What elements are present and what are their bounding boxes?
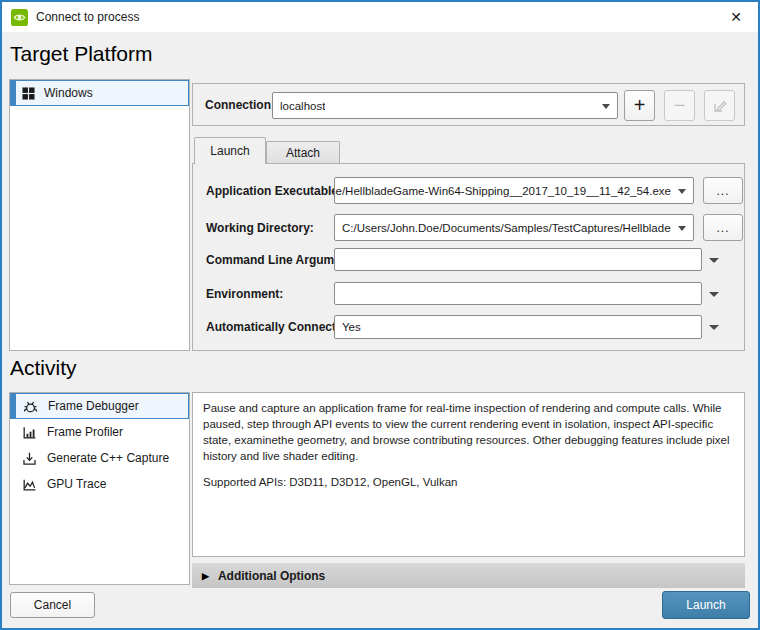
bug-icon	[22, 398, 39, 415]
activity-item-label: Frame Profiler	[47, 425, 123, 439]
application-executable-label: Application Executable:	[206, 184, 342, 198]
additional-options-label: Additional Options	[218, 569, 325, 583]
nvidia-logo-icon	[11, 9, 28, 26]
tab-attach[interactable]: Attach	[266, 141, 340, 163]
target-platform-heading: Target Platform	[10, 42, 152, 66]
automatically-connect-value: Yes	[342, 321, 361, 333]
trace-graph-icon	[21, 476, 38, 493]
application-executable-row: Application Executable: 64/Release/Hellb…	[193, 177, 744, 204]
supported-apis: Supported APIs: D3D11, D3D12, OpenGL, Vu…	[203, 475, 734, 491]
additional-options-expander[interactable]: ▶ Additional Options	[192, 563, 745, 588]
cancel-button[interactable]: Cancel	[10, 592, 95, 618]
ellipsis-icon: ...	[716, 221, 729, 235]
activity-description: Pause and capture an application frame f…	[203, 401, 734, 464]
activity-list: Frame Debugger Frame Profiler Generate C…	[9, 392, 190, 585]
automatically-connect-label: Automatically Connect:	[206, 320, 340, 334]
connection-value: localhost	[280, 100, 325, 112]
browse-working-directory-button[interactable]: ...	[703, 214, 743, 241]
activity-item-label: Generate C++ Capture	[47, 451, 169, 465]
command-line-arguments-input[interactable]	[334, 248, 702, 271]
windows-logo-icon	[22, 87, 35, 100]
environment-label: Environment:	[206, 287, 283, 301]
automatically-connect-select[interactable]: Yes	[334, 315, 702, 339]
tab-launch[interactable]: Launch	[194, 137, 266, 164]
working-directory-value: C:/Users/John.Doe/Documents/Samples/Test…	[342, 222, 671, 234]
activity-item-generate-cpp-capture[interactable]: Generate C++ Capture	[10, 445, 189, 471]
add-connection-button[interactable]: +	[624, 90, 655, 121]
launch-button[interactable]: Launch	[662, 591, 750, 619]
window-title: Connect to process	[36, 10, 139, 24]
ellipsis-icon: ...	[716, 184, 729, 198]
working-directory-row: Working Directory: C:/Users/John.Doe/Doc…	[193, 214, 744, 241]
working-directory-select[interactable]: C:/Users/John.Doe/Documents/Samples/Test…	[334, 214, 694, 241]
remove-connection-button[interactable]: −	[664, 90, 695, 121]
activity-item-frame-debugger[interactable]: Frame Debugger	[10, 393, 189, 419]
chevron-down-icon	[678, 226, 686, 231]
edit-connection-button[interactable]	[704, 90, 735, 121]
chevron-down-icon	[678, 189, 686, 194]
application-executable-select[interactable]: 64/Release/HellbladeGame-Win64-Shipping_…	[334, 177, 694, 204]
chevron-down-icon[interactable]	[709, 292, 719, 297]
activity-item-label: Frame Debugger	[48, 399, 139, 413]
environment-input[interactable]	[334, 282, 702, 305]
minus-icon: −	[674, 94, 686, 117]
browse-executable-button[interactable]: ...	[703, 177, 743, 204]
edit-icon	[712, 98, 728, 114]
connection-label: Connection:	[205, 98, 275, 112]
bar-chart-icon	[21, 424, 38, 441]
environment-row: Environment:	[193, 282, 744, 305]
title-bar: Connect to process ✕	[2, 2, 758, 32]
automatically-connect-row: Automatically Connect: Yes	[193, 315, 744, 339]
close-button[interactable]: ✕	[714, 2, 758, 32]
chevron-down-icon[interactable]	[709, 258, 719, 263]
activity-item-frame-profiler[interactable]: Frame Profiler	[10, 419, 189, 445]
capture-download-icon	[21, 450, 38, 467]
expander-triangle-icon: ▶	[202, 571, 209, 581]
activity-description-panel: Pause and capture an application frame f…	[192, 392, 745, 557]
plus-icon: +	[634, 94, 646, 117]
connect-to-process-dialog: Connect to process ✕ Target Platform Win…	[0, 0, 760, 630]
close-icon: ✕	[730, 9, 742, 25]
application-executable-value: 64/Release/HellbladeGame-Win64-Shipping_…	[334, 185, 671, 197]
chevron-down-icon	[602, 104, 610, 109]
connection-group: Connection: localhost + −	[192, 83, 745, 126]
platform-list: Windows	[9, 79, 190, 351]
activity-item-gpu-trace[interactable]: GPU Trace	[10, 471, 189, 497]
command-line-arguments-row: Command Line Arguments:	[193, 248, 744, 271]
activity-item-label: GPU Trace	[47, 477, 106, 491]
activity-heading: Activity	[10, 356, 77, 380]
connection-select[interactable]: localhost	[272, 92, 618, 119]
platform-item-label: Windows	[44, 86, 93, 100]
launch-tab-panel: Application Executable: 64/Release/Hellb…	[192, 163, 745, 351]
chevron-down-icon[interactable]	[709, 325, 719, 330]
platform-item-windows[interactable]: Windows	[10, 80, 189, 106]
working-directory-label: Working Directory:	[206, 221, 314, 235]
